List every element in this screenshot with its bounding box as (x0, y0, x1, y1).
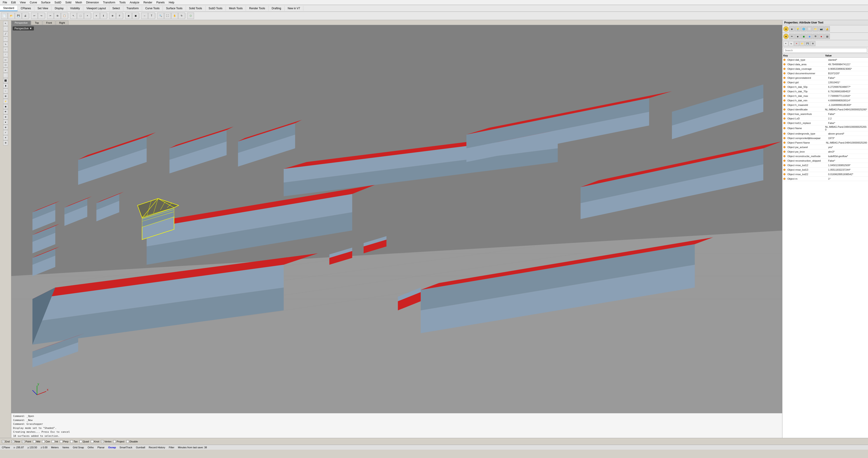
snap-vertex-checkbox[interactable] (101, 440, 104, 443)
lt-record[interactable]: ● (3, 120, 8, 125)
grid-btn[interactable]: # (116, 13, 123, 19)
status-grid-snap[interactable]: Grid Snap (73, 446, 84, 449)
menu-help[interactable]: Help (167, 0, 176, 4)
viewport[interactable]: Perspective ▼ (11, 25, 782, 413)
lt-surface[interactable]: ⬜ (3, 73, 8, 78)
lt-polygon[interactable]: ⬡ (3, 63, 8, 67)
tab-render-tools[interactable]: Render Tools (246, 6, 269, 11)
status-osnap[interactable]: Osnap (108, 446, 116, 449)
vp-tab-right[interactable]: Right (56, 21, 68, 25)
props-tb-plus[interactable]: + (783, 41, 788, 46)
snap-cen-checkbox[interactable] (42, 440, 45, 443)
lt-gumball[interactable]: ⊕ (3, 115, 8, 120)
paste-btn[interactable]: 📋 (61, 13, 68, 19)
dim-btn[interactable]: ↔ (141, 13, 148, 19)
menu-curve[interactable]: Curve (28, 0, 39, 4)
snap-quad-checkbox[interactable] (80, 440, 82, 443)
lt-analyze[interactable]: ⚡ (3, 99, 8, 104)
props-btn[interactable]: ℹ (100, 13, 107, 19)
snap-near-checkbox[interactable] (11, 440, 14, 443)
menu-view[interactable]: View (18, 0, 28, 4)
props-icon-panel[interactable]: ▤ (825, 34, 830, 39)
menu-subd[interactable]: SubD (53, 0, 63, 4)
vp-tab-top[interactable]: Top (31, 21, 42, 25)
tab-display[interactable]: Display (52, 6, 67, 11)
props-icon-folder[interactable]: 📁 (813, 26, 818, 32)
props-icon-render[interactable]: ◈ (789, 26, 795, 32)
snap-point-checkbox[interactable] (22, 440, 25, 443)
status-smarttrack[interactable]: SmartTrack (120, 446, 132, 449)
snap-project-checkbox[interactable] (113, 440, 116, 443)
tab-solid-tools[interactable]: Solid Tools (186, 6, 206, 11)
lt-line[interactable]: ╱ (3, 31, 8, 36)
lt-freeform[interactable]: ✏ (3, 68, 8, 73)
gh-btn[interactable]: ⬡ (187, 13, 194, 19)
zoom-ext-btn[interactable]: ⛶ (164, 13, 171, 19)
lt-render[interactable]: ◉ (3, 104, 8, 109)
menu-surface[interactable]: Surface (39, 0, 52, 4)
snap-perp[interactable]: Perp (60, 440, 68, 443)
tab-drafting[interactable]: Drafting (269, 6, 285, 11)
save-btn[interactable]: 💾 (15, 13, 22, 19)
snap-tan[interactable]: Tan (70, 440, 78, 443)
props-icon-green[interactable]: ▣ (801, 34, 806, 39)
tab-setview[interactable]: Set View (34, 6, 52, 11)
pan-btn[interactable]: ✋ (171, 13, 178, 19)
undo-btn[interactable]: ↩ (31, 13, 38, 19)
lt-rectangle[interactable]: ▭ (3, 57, 8, 62)
snap-disable-checkbox[interactable] (126, 440, 129, 443)
snap-quad[interactable]: Quad (80, 440, 89, 443)
props-icon-camera[interactable]: 📷 (818, 26, 824, 32)
snap-knot[interactable]: Knot (91, 440, 99, 443)
tab-viewport-layout[interactable]: Viewport Layout (83, 6, 109, 11)
lt-transform[interactable]: ⊞ (3, 94, 8, 99)
zoom-in-btn[interactable]: 🔍 (157, 13, 164, 19)
props-icon-env[interactable]: 🌐 (801, 26, 806, 32)
lt-dim[interactable]: ↔ (3, 89, 8, 93)
snap-tan-checkbox[interactable] (70, 440, 73, 443)
print-btn[interactable]: 🖨 (22, 13, 29, 19)
snap-cen[interactable]: Cen (42, 440, 50, 443)
tab-surface-tools[interactable]: Surface Tools (163, 6, 186, 11)
copy-btn[interactable]: ⧉ (54, 13, 61, 19)
tab-cplanes[interactable]: CPlanes (18, 6, 34, 11)
props-icon-color1[interactable]: ● (783, 26, 789, 32)
rotate-btn[interactable]: ↻ (178, 13, 185, 19)
props-tb-fx[interactable]: fx (789, 41, 794, 46)
props-icon-obj[interactable]: ⬜ (807, 26, 812, 32)
status-planar[interactable]: Planar (97, 446, 104, 449)
lt-view[interactable]: 👁 (3, 109, 8, 114)
window-sel-btn[interactable]: ⬚ (77, 13, 84, 19)
lt-polyline[interactable]: ⌒ (3, 37, 8, 41)
snap-project[interactable]: Project (113, 440, 124, 443)
tab-curve-tools[interactable]: Curve Tools (142, 6, 163, 11)
snap-knot-checkbox[interactable] (91, 440, 94, 443)
lt-solid[interactable]: ⬛ (3, 78, 8, 83)
tab-mesh-tools[interactable]: Mesh Tools (226, 6, 246, 11)
props-icon-light[interactable]: 💡 (795, 26, 801, 32)
menu-dimension[interactable]: Dimension (84, 0, 101, 4)
xhair-btn[interactable]: + (84, 13, 91, 19)
snap-vertex[interactable]: Vertex (101, 440, 111, 443)
status-gumball[interactable]: Gumball (136, 446, 145, 449)
tab-standard[interactable]: Standard (0, 6, 18, 11)
tab-subd-tools[interactable]: SubD Tools (206, 6, 226, 11)
menu-transform[interactable]: Transform (101, 0, 117, 4)
menu-panels[interactable]: Panels (154, 0, 166, 4)
status-record-history[interactable]: Record History (149, 446, 165, 449)
props-icon-layer2[interactable]: ⧉ (813, 34, 818, 39)
status-ortho[interactable]: Ortho (88, 446, 94, 449)
props-icon-red[interactable]: ■ (818, 34, 824, 39)
props-tb-x[interactable]: ✕ (794, 41, 799, 46)
vp-tab-perspective[interactable]: Perspective (11, 21, 31, 25)
snap-mid-checkbox[interactable] (33, 440, 36, 443)
lt-snap[interactable]: ⊗ (3, 125, 8, 130)
lt-check[interactable]: ✓ (3, 130, 8, 135)
menu-file[interactable]: File (1, 0, 9, 4)
lt-x[interactable]: ✕ (3, 135, 8, 140)
menu-tools[interactable]: Tools (118, 0, 127, 4)
props-icon-blue[interactable]: ◉ (807, 34, 812, 39)
lt-select[interactable]: ↖ (3, 21, 8, 26)
tab-visibility[interactable]: Visibility (67, 6, 83, 11)
search-input[interactable] (783, 48, 867, 53)
